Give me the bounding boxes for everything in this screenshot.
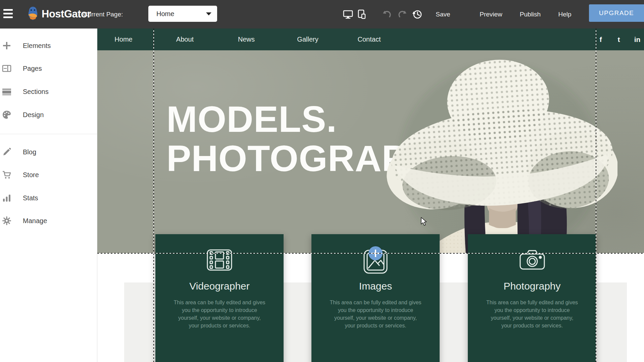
- hostgator-logo: HostGator: [26, 6, 91, 22]
- sidebar-item-label: Manage: [23, 213, 47, 228]
- sidebar-item-blog[interactable]: Blog: [0, 145, 97, 159]
- twitter-icon[interactable]: t: [618, 29, 620, 50]
- hero-section[interactable]: MODELS. PHOTOGRAPHY: [97, 50, 644, 254]
- film-icon: [206, 249, 233, 272]
- palette-icon: [2, 110, 11, 119]
- sidebar-item-elements[interactable]: Elements: [0, 38, 97, 53]
- card-title: Images: [311, 280, 440, 292]
- sidebar-item-label: Pages: [23, 61, 42, 76]
- mobile-view-icon[interactable]: [357, 9, 367, 19]
- sidebar-item-label: Blog: [23, 145, 36, 159]
- current-page-label: Current Page:: [83, 0, 123, 29]
- site-nav-home[interactable]: Home: [114, 29, 132, 50]
- plus-icon: [2, 41, 11, 50]
- upgrade-button[interactable]: UPGRADE: [589, 4, 644, 22]
- sidebar-item-store[interactable]: Store: [0, 167, 97, 182]
- sidebar-item-label: Stats: [23, 191, 38, 205]
- card-title: Videographer: [155, 280, 284, 292]
- sections-icon: [2, 87, 11, 96]
- preview-button[interactable]: Preview: [480, 0, 502, 29]
- sidebar-item-stats[interactable]: Stats: [0, 191, 97, 205]
- facebook-icon[interactable]: f: [600, 29, 602, 50]
- menu-icon[interactable]: [3, 9, 13, 19]
- desktop-view-icon[interactable]: [343, 9, 353, 19]
- history-icon[interactable]: [412, 9, 422, 19]
- redo-icon[interactable]: [397, 9, 407, 19]
- pencil-icon: [2, 147, 11, 157]
- card-title: Photography: [468, 280, 596, 292]
- undo-icon[interactable]: [382, 9, 392, 19]
- site-nav-contact[interactable]: Contact: [358, 29, 381, 50]
- cart-icon: [2, 170, 11, 179]
- site-nav-gallery[interactable]: Gallery: [297, 29, 318, 50]
- sidebar-item-sections[interactable]: Sections: [0, 84, 97, 99]
- site-nav-about[interactable]: About: [176, 29, 194, 50]
- section-boundary: [97, 253, 644, 254]
- gear-icon: [2, 216, 11, 225]
- page-dropdown-value: Home: [156, 10, 174, 18]
- save-button[interactable]: Save: [436, 0, 450, 29]
- sidebar-divider: [0, 134, 97, 134]
- linkedin-icon[interactable]: in: [634, 29, 641, 50]
- help-button[interactable]: Help: [558, 0, 571, 29]
- hero-photo[interactable]: [383, 50, 617, 254]
- site-navbar: Home About News Gallery Contact f t in: [97, 29, 644, 50]
- sidebar-item-pages[interactable]: Pages: [0, 61, 97, 76]
- sidebar-item-design[interactable]: Design: [0, 107, 97, 122]
- camera-icon: [519, 249, 546, 272]
- bar-chart-icon: [2, 193, 11, 203]
- site-nav-news[interactable]: News: [238, 29, 255, 50]
- gator-mascot-icon: [26, 6, 40, 22]
- publish-button[interactable]: Publish: [520, 0, 541, 29]
- pages-icon: [2, 64, 11, 73]
- editor-topbar: HostGator Current Page: Home Save Previe…: [0, 0, 644, 29]
- sidebar-item-label: Elements: [23, 38, 51, 53]
- card-body-text: This area can be fully edited and gives …: [486, 299, 579, 329]
- chevron-down-icon: [206, 12, 211, 15]
- sidebar-item-label: Sections: [23, 84, 49, 99]
- sidebar-item-label: Design: [23, 107, 44, 122]
- content-boundary-right: [596, 29, 596, 362]
- card-body-text: This area can be fully edited and gives …: [173, 299, 266, 329]
- sidebar-item-label: Store: [23, 167, 39, 182]
- sidebar-item-manage[interactable]: Manage: [0, 213, 97, 228]
- mouse-cursor: [420, 217, 428, 228]
- page-dropdown[interactable]: Home: [148, 6, 217, 22]
- card-body-text: This area can be fully edited and gives …: [329, 299, 422, 329]
- content-boundary-left: [153, 29, 154, 362]
- site-canvas: Home About News Gallery Contact f t in M…: [97, 29, 644, 362]
- editor-sidebar: Elements Pages Sections Design Blog Stor…: [0, 29, 97, 362]
